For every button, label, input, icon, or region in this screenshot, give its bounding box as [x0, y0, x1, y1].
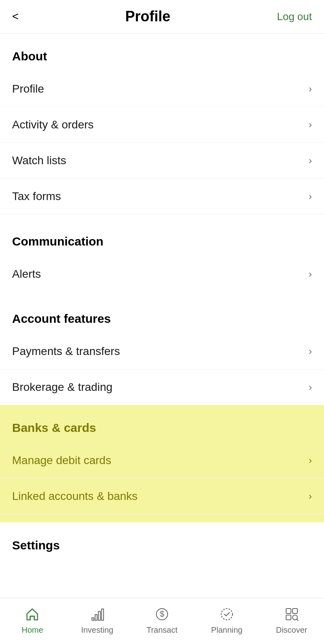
menu-item-label: Tax forms — [12, 190, 61, 203]
logout-button[interactable]: Log out — [277, 10, 312, 23]
chevron-right-icon: › — [309, 346, 312, 357]
svg-rect-2 — [98, 611, 100, 620]
menu-item[interactable]: Payments & transfers › — [0, 334, 324, 369]
chevron-right-icon: › — [309, 382, 312, 393]
nav-label-transact: Transact — [146, 625, 177, 635]
menu-item-label: Activity & orders — [12, 118, 93, 131]
menu-item[interactable]: Alerts › — [0, 256, 324, 292]
svg-point-6 — [221, 609, 233, 620]
svg-line-11 — [297, 619, 298, 621]
chevron-right-icon: › — [309, 191, 312, 202]
chevron-right-icon: › — [309, 268, 312, 280]
svg-rect-7 — [286, 609, 291, 613]
menu-item-label: Watch lists — [12, 154, 66, 167]
settings-section-header: Settings — [0, 522, 324, 560]
communication-section: Communication Alerts › — [0, 219, 324, 292]
svg-rect-8 — [293, 609, 297, 613]
nav-label-discover: Discover — [276, 625, 307, 635]
menu-item-label: Alerts — [12, 268, 41, 281]
account-features-section-header: Account features — [0, 296, 324, 334]
nav-label-home: Home — [22, 625, 43, 635]
menu-item[interactable]: Profile › — [0, 71, 324, 107]
bottom-nav: Home Investing $ Transact — [0, 598, 324, 644]
svg-text:$: $ — [160, 609, 164, 618]
svg-rect-9 — [286, 615, 291, 620]
planning-icon — [218, 605, 236, 623]
svg-rect-1 — [95, 615, 97, 620]
nav-item-investing[interactable]: Investing — [65, 605, 130, 635]
menu-item[interactable]: Brokerage & trading › — [0, 369, 324, 405]
nav-label-planning: Planning — [211, 625, 243, 635]
menu-item-label: Linked accounts & banks — [12, 490, 137, 503]
discover-icon — [283, 605, 301, 623]
menu-item-label: Brokerage & trading — [12, 381, 112, 394]
nav-label-investing: Investing — [81, 625, 113, 635]
transact-icon: $ — [153, 605, 171, 623]
chevron-right-icon: › — [309, 455, 312, 466]
page-title: Profile — [19, 8, 277, 25]
menu-item-label: Payments & transfers — [12, 345, 120, 358]
menu-item[interactable]: Tax forms › — [0, 179, 324, 215]
menu-item-label: Profile — [12, 83, 44, 95]
menu-item[interactable]: Linked accounts & banks › — [0, 479, 324, 514]
chevron-right-icon: › — [309, 491, 312, 502]
chevron-right-icon: › — [309, 83, 312, 95]
content: About Profile › Activity & orders › Watc… — [0, 33, 324, 609]
communication-section-header: Communication — [0, 219, 324, 256]
nav-item-transact[interactable]: $ Transact — [130, 605, 195, 635]
back-button[interactable]: < — [12, 11, 19, 22]
about-section-header: About — [0, 33, 324, 71]
menu-item-label: Manage debit cards — [12, 454, 111, 467]
menu-item[interactable]: Manage debit cards › — [0, 443, 324, 479]
chevron-right-icon: › — [309, 155, 312, 166]
svg-rect-0 — [92, 618, 94, 620]
chevron-right-icon: › — [309, 119, 312, 130]
banks-cards-section-header: Banks & cards — [0, 405, 324, 443]
account-features-section: Account features Payments & transfers › … — [0, 296, 324, 405]
investing-icon — [88, 605, 106, 623]
nav-item-home[interactable]: Home — [0, 605, 65, 635]
home-icon — [23, 605, 41, 623]
menu-item[interactable]: Activity & orders › — [0, 107, 324, 143]
banks-cards-section: Banks & cards Manage debit cards › Linke… — [0, 405, 324, 522]
nav-item-discover[interactable]: Discover — [259, 605, 324, 635]
nav-item-planning[interactable]: Planning — [194, 605, 259, 635]
menu-item[interactable]: Watch lists › — [0, 143, 324, 179]
svg-rect-3 — [102, 609, 104, 620]
header: < Profile Log out — [0, 0, 324, 33]
